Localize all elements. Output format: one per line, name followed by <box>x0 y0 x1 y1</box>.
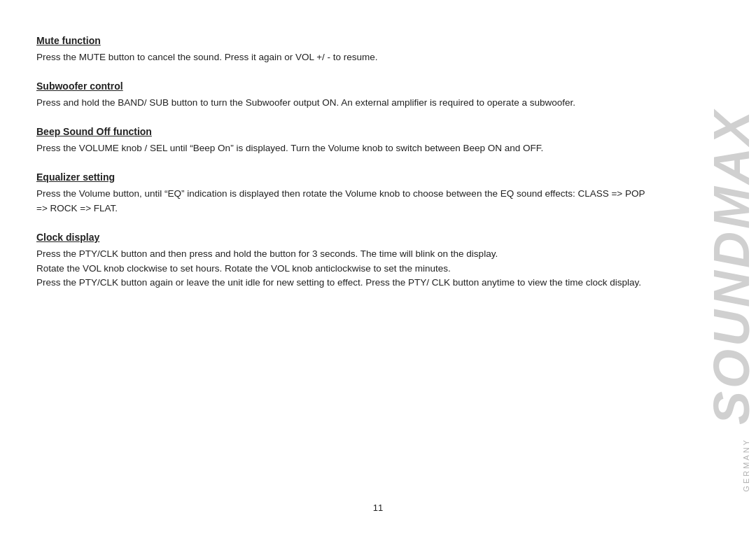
section-beep-sound-off: Beep Sound Off functionPress the VOLUME … <box>36 126 645 156</box>
section-body-beep-sound-off: Press the VOLUME knob / SEL until “Beep … <box>36 141 645 156</box>
section-title-clock-display: Clock display <box>36 232 645 243</box>
page-container: Mute functionPress the MUTE button to ca… <box>0 0 756 534</box>
section-equalizer-setting: Equalizer settingPress the Volume button… <box>36 171 645 216</box>
section-body-clock-display: Press the PTY/CLK button and then press … <box>36 247 645 291</box>
brand-sidebar: SOUNDMAX GERMANY <box>707 0 756 534</box>
section-body-mute-function: Press the MUTE button to cancel the soun… <box>36 50 645 65</box>
section-clock-display: Clock displayPress the PTY/CLK button an… <box>36 232 645 291</box>
section-mute-function: Mute functionPress the MUTE button to ca… <box>36 35 645 65</box>
section-body-subwoofer-control: Press and hold the BAND/ SUB button to t… <box>36 96 645 111</box>
brand-soundmax-text: SOUNDMAX <box>706 108 756 425</box>
page-number: 11 <box>373 503 383 513</box>
section-title-beep-sound-off: Beep Sound Off function <box>36 126 645 137</box>
section-body-equalizer-setting: Press the Volume button, until “EQ” indi… <box>36 187 645 216</box>
section-title-equalizer-setting: Equalizer setting <box>36 171 645 183</box>
section-title-mute-function: Mute function <box>36 35 645 46</box>
section-subwoofer-control: Subwoofer controlPress and hold the BAND… <box>36 80 645 111</box>
content-area: Mute functionPress the MUTE button to ca… <box>36 35 645 290</box>
brand-germany-text: GERMANY <box>742 438 750 492</box>
section-title-subwoofer-control: Subwoofer control <box>36 80 645 92</box>
